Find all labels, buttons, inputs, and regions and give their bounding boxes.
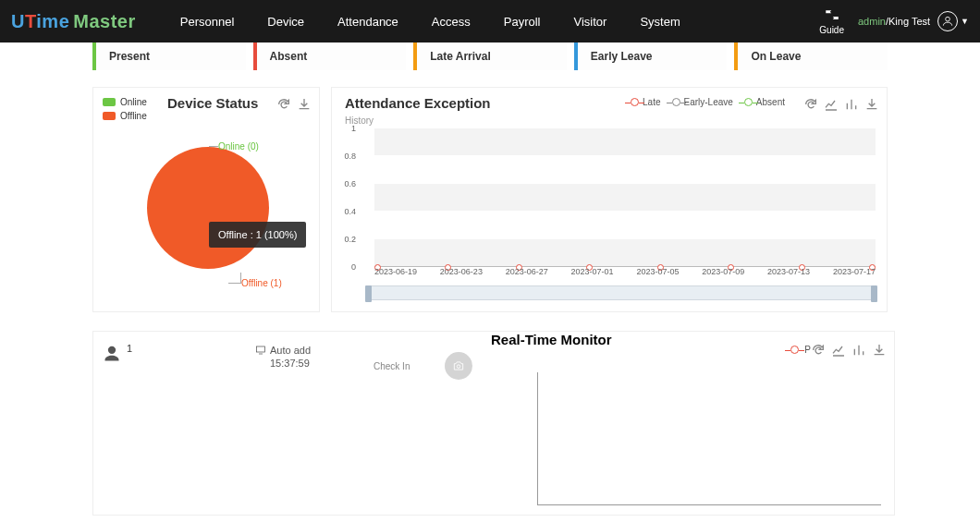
camera-icon: [451, 359, 466, 372]
bottom-card: 1 Auto add 15:37:59 Check In Real-Time M…: [92, 331, 895, 516]
event-id: 1: [127, 343, 132, 354]
event-checkin: Check In: [374, 361, 410, 371]
line-chart-icon[interactable]: [831, 343, 846, 358]
attendance-title: Attendance Exception: [345, 95, 491, 111]
nav-payroll[interactable]: Payroll: [487, 15, 557, 29]
logo: UTimeMaster: [11, 11, 136, 32]
svg-point-0: [946, 17, 950, 21]
bar-chart-icon[interactable]: [844, 97, 859, 112]
user-icon: [941, 15, 954, 28]
person-icon: [103, 345, 121, 363]
bar-chart-icon[interactable]: [851, 343, 866, 358]
attendance-subtitle: History: [345, 115, 374, 126]
attendance-chart[interactable]: 1 0.8 0.6 0.4 0.2 0: [360, 128, 876, 267]
event-photo: [445, 352, 472, 380]
device-legend: Online Offline: [103, 97, 147, 125]
tab-present[interactable]: Present: [92, 42, 246, 70]
refresh-icon[interactable]: [803, 97, 818, 112]
nav-access[interactable]: Access: [415, 15, 487, 29]
nav-attendance[interactable]: Attendance: [321, 15, 415, 29]
device-pie[interactable]: [147, 147, 269, 269]
event-time: 15:37:59: [270, 358, 311, 369]
user-menu[interactable]: [937, 11, 958, 31]
event-entry: 1 Auto add 15:37:59 Check In: [103, 345, 491, 363]
line-chart-icon[interactable]: [824, 97, 839, 112]
signpost-icon: [824, 8, 840, 25]
chevron-down-icon: ▼: [961, 17, 969, 26]
zoom-slider[interactable]: [367, 285, 876, 300]
svg-point-2: [457, 365, 460, 369]
user-label: admin/King Test: [858, 16, 930, 27]
tab-early[interactable]: Early Leave: [574, 42, 728, 70]
pie-tooltip: Offline : 1 (100%): [209, 222, 306, 248]
pie-label-offline: Offline (1): [241, 278, 282, 288]
top-header: UTimeMaster Personnel Device Attendance …: [0, 0, 980, 42]
event-auto-add: Auto add: [270, 345, 311, 356]
tab-late[interactable]: Late Arrival: [413, 42, 567, 70]
status-tabs: Present Absent Late Arrival Early Leave …: [0, 42, 980, 70]
refresh-icon[interactable]: [276, 97, 291, 112]
svg-rect-1: [257, 346, 265, 352]
main-nav: Personnel Device Attendance Access Payro…: [164, 15, 697, 29]
download-icon[interactable]: [872, 343, 887, 358]
nav-personnel[interactable]: Personnel: [164, 15, 251, 29]
device-icon: [255, 345, 266, 356]
rtm-legend: P: [790, 345, 811, 355]
device-status-card: Online Offline Device Status Online (0) …: [92, 87, 320, 312]
attendance-x-axis: 2023-06-192023-06-232023-06-272023-07-01…: [374, 267, 876, 276]
refresh-icon[interactable]: [811, 343, 826, 358]
download-icon[interactable]: [297, 97, 312, 112]
download-icon[interactable]: [864, 97, 879, 112]
nav-visitor[interactable]: Visitor: [557, 15, 624, 29]
rtm-chart[interactable]: [537, 372, 881, 505]
guide-button[interactable]: Guide: [819, 8, 844, 35]
attendance-legend: Late Early-Leave Absent: [631, 97, 785, 107]
pie-label-online: Online (0): [218, 141, 259, 152]
nav-system[interactable]: System: [623, 15, 696, 29]
device-status-title: Device Status: [167, 95, 258, 111]
attendance-exception-card: Attendance Exception History Late Early-…: [331, 87, 888, 312]
tab-absent[interactable]: Absent: [253, 42, 407, 70]
nav-device[interactable]: Device: [251, 15, 321, 29]
tab-leave[interactable]: On Leave: [734, 42, 888, 70]
